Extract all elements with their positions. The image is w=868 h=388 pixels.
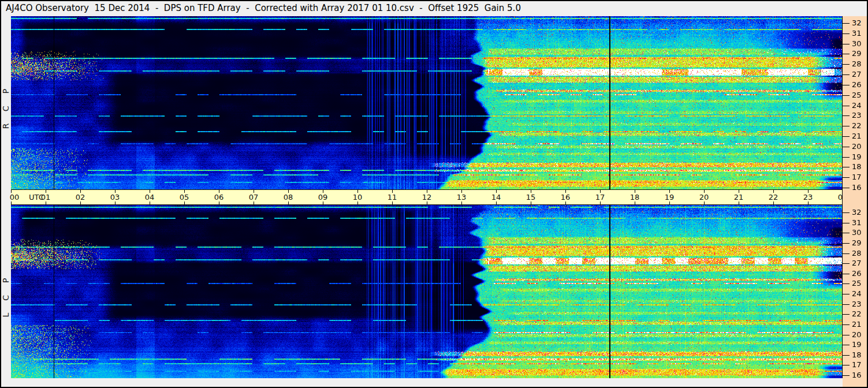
hour-tick <box>496 202 497 204</box>
freq-tick <box>843 263 850 264</box>
hour-label: 18 <box>628 193 641 202</box>
freq-tick <box>843 188 850 188</box>
hour-label: 08 <box>282 193 295 202</box>
freq-tick <box>843 54 850 54</box>
hour-tick <box>115 202 116 204</box>
hour-tick <box>254 202 254 204</box>
freq-label: 32 <box>852 18 867 27</box>
freq-label: 31 <box>852 218 867 227</box>
lcp-polarization-label: LCP <box>1 245 10 338</box>
hour-tick <box>427 202 427 204</box>
freq-label: 18 <box>852 162 867 171</box>
freq-tick <box>843 304 850 305</box>
freq-label: 20 <box>852 330 867 339</box>
hour-label: 05 <box>178 193 191 202</box>
hour-tick <box>461 202 462 204</box>
freq-tick <box>843 95 850 96</box>
hour-label: 03 <box>109 193 121 202</box>
freq-tick <box>843 274 850 274</box>
freq-tick <box>843 23 850 24</box>
hour-tick <box>357 202 358 204</box>
rcp-spectrogram-canvas <box>11 16 843 189</box>
hour-tick <box>288 202 289 204</box>
hour-tick <box>219 202 219 204</box>
hour-label: 04 <box>143 193 156 202</box>
freq-label: 17 <box>852 173 867 181</box>
freq-label: 25 <box>852 279 867 288</box>
freq-label: 26 <box>852 269 867 278</box>
freq-label: 16 <box>852 183 867 192</box>
spectrograph-window: AJ4CO Observatory 15 Dec 2014 - DPS on T… <box>0 0 868 388</box>
lcp-spectrogram-canvas <box>11 205 843 378</box>
hour-tick <box>11 202 12 204</box>
hour-label: 00 <box>8 193 21 202</box>
hour-tick <box>635 202 635 204</box>
hour-label: 17 <box>594 193 606 202</box>
freq-label: 21 <box>852 320 867 329</box>
freq-label: 28 <box>852 59 867 68</box>
hour-tick <box>565 202 566 204</box>
freq-tick <box>843 294 850 294</box>
freq-tick <box>843 106 850 106</box>
hour-tick <box>773 202 774 204</box>
freq-tick <box>843 233 850 233</box>
freq-tick <box>843 167 850 167</box>
title-bar: AJ4CO Observatory 15 Dec 2014 - DPS on T… <box>6 3 521 16</box>
rcp-polarization-label: RCP <box>1 57 10 149</box>
hour-label: 13 <box>455 193 468 202</box>
hour-tick <box>80 202 81 204</box>
freq-label: 30 <box>852 39 867 48</box>
time-axis-strip: 0001020304050607080910111213141516171819… <box>11 189 843 205</box>
freq-tick <box>843 64 850 65</box>
hour-label: 07 <box>247 193 260 202</box>
hour-label: 14 <box>490 193 502 202</box>
freq-tick <box>843 126 850 126</box>
hour-tick <box>739 202 739 204</box>
panel-right-axis-line <box>842 16 843 378</box>
freq-label: 19 <box>852 152 867 161</box>
hour-label: 22 <box>767 193 780 202</box>
hour-label: 19 <box>663 193 676 202</box>
hour-tick <box>392 202 393 204</box>
freq-tick <box>843 85 850 85</box>
freq-tick <box>843 355 850 356</box>
freq-label: 27 <box>852 70 867 79</box>
freq-tick <box>843 74 850 75</box>
hour-label: 16 <box>559 193 572 202</box>
freq-tick <box>843 223 850 223</box>
hour-label: 11 <box>386 193 398 202</box>
freq-label: 31 <box>852 29 867 38</box>
hour-tick <box>150 202 150 204</box>
freq-tick <box>843 314 850 315</box>
utc-unit-label: UTC <box>29 193 44 202</box>
freq-tick <box>843 115 850 116</box>
hour-label: 06 <box>213 193 225 202</box>
freq-label: 30 <box>852 228 867 237</box>
freq-tick <box>843 33 850 34</box>
freq-tick <box>843 365 850 365</box>
freq-label: 17 <box>852 360 867 369</box>
freq-label: 19 <box>852 340 867 349</box>
freq-tick <box>843 44 850 44</box>
freq-label: 21 <box>852 132 867 140</box>
freq-label: 22 <box>852 309 867 318</box>
freq-tick <box>843 212 850 213</box>
freq-tick <box>843 283 850 284</box>
freq-tick <box>843 375 850 376</box>
hour-label: 21 <box>732 193 745 202</box>
freq-label: 29 <box>852 49 867 58</box>
freq-label: 24 <box>852 289 867 298</box>
freq-label: 32 <box>852 208 867 217</box>
freq-label: 25 <box>852 91 867 99</box>
freq-tick <box>843 136 850 137</box>
window-body: AJ4CO Observatory 15 Dec 2014 - DPS on T… <box>1 1 867 387</box>
freq-tick <box>843 147 850 147</box>
freq-label: 18 <box>852 350 867 359</box>
hour-tick <box>704 202 705 204</box>
freq-label: 24 <box>852 101 867 110</box>
freq-label: 23 <box>852 300 867 308</box>
hour-label: 02 <box>74 193 87 202</box>
freq-tick <box>843 253 850 254</box>
hour-tick <box>323 202 323 204</box>
freq-tick <box>843 335 850 335</box>
